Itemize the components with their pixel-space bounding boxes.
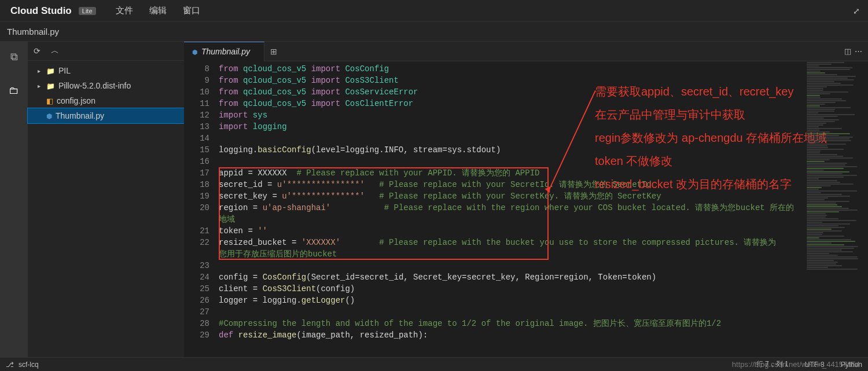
code-line[interactable]: secret_id = u'***************' # Please … bbox=[219, 179, 868, 190]
gutter: 8910111213141516171819202122232425262728… bbox=[184, 61, 219, 357]
refresh-icon[interactable]: ⟳ bbox=[34, 46, 41, 56]
code-line[interactable]: token = '' bbox=[219, 225, 868, 237]
code-line[interactable]: secret_key = u'**************' # Please … bbox=[219, 190, 868, 202]
tabs: Thumbnail.py ⊞ ◫ ⋯ bbox=[184, 42, 868, 61]
main-menu: 文件 编辑 窗口 bbox=[116, 5, 200, 16]
branch-name[interactable]: scf-lcq bbox=[19, 361, 39, 369]
main: ⧉ 🗀 ⟳ ︿ ▸PIL▸Pillow-5.2.0.dist-infoconfi… bbox=[0, 42, 868, 357]
chevron-icon: ▸ bbox=[35, 68, 43, 74]
encoding[interactable]: UTF-8 bbox=[805, 361, 825, 369]
code-line[interactable]: logging.basicConfig(level=logging.INFO, … bbox=[219, 144, 868, 156]
structure-icon[interactable]: ⧉ bbox=[0, 45, 28, 68]
code-line[interactable]: from qcloud_cos_v5 import CosS3Client bbox=[219, 75, 868, 86]
tab-thumbnail[interactable]: Thumbnail.py bbox=[184, 42, 264, 61]
python-file-icon bbox=[46, 111, 52, 120]
menu-edit[interactable]: 编辑 bbox=[149, 5, 167, 16]
tree-item-label: Pillow-5.2.0.dist-info bbox=[58, 81, 131, 90]
folder-icon bbox=[46, 66, 55, 75]
python-icon bbox=[192, 47, 198, 56]
code-line[interactable]: 地域 bbox=[219, 214, 868, 225]
code-line[interactable]: def resize_image(image_path, resized_pat… bbox=[219, 329, 868, 341]
code-line[interactable]: import logging bbox=[219, 121, 868, 133]
folder-icon bbox=[46, 81, 55, 90]
code-line[interactable]: #Compressing the length and width of the… bbox=[219, 318, 868, 329]
code-line[interactable]: from qcloud_cos_v5 import CosConfig bbox=[219, 63, 868, 75]
code[interactable]: from qcloud_cos_v5 import CosConfigfrom … bbox=[219, 61, 868, 357]
tree-item-pil[interactable]: ▸PIL bbox=[28, 63, 184, 78]
code-line[interactable] bbox=[219, 260, 868, 271]
code-line[interactable]: appid = XXXXXX # Please replace with you… bbox=[219, 167, 868, 179]
activity-bar: ⧉ 🗀 bbox=[0, 42, 28, 357]
editor-body[interactable]: 8910111213141516171819202122232425262728… bbox=[184, 61, 868, 357]
add-tab-button[interactable]: ⊞ bbox=[264, 47, 283, 56]
tree-item-pillow-5-2-0-dist-info[interactable]: ▸Pillow-5.2.0.dist-info bbox=[28, 78, 184, 93]
menu-window[interactable]: 窗口 bbox=[183, 5, 200, 16]
code-line[interactable]: from qcloud_cos_v5 import CosClientError bbox=[219, 98, 868, 109]
more-icon[interactable]: ⋯ bbox=[855, 47, 862, 56]
sidebar-header: ⟳ ︿ bbox=[28, 42, 184, 61]
tree-item-thumbnail-py[interactable]: Thumbnail.py bbox=[28, 108, 184, 123]
code-line[interactable]: 您用于存放压缩后图片的bucket bbox=[219, 248, 868, 260]
tree-item-label: Thumbnail.py bbox=[56, 111, 104, 120]
tab-label: Thumbnail.py bbox=[201, 47, 250, 56]
code-line[interactable]: import sys bbox=[219, 109, 868, 121]
code-line[interactable] bbox=[219, 133, 868, 144]
code-line[interactable] bbox=[219, 156, 868, 167]
code-line[interactable] bbox=[219, 306, 868, 318]
json-file-icon bbox=[46, 96, 53, 105]
breadcrumb-file: Thumbnail.py bbox=[7, 27, 59, 36]
breadcrumb: Thumbnail.py bbox=[0, 22, 868, 42]
code-line[interactable]: logger = logging.getLogger() bbox=[219, 295, 868, 306]
editor-area: Thumbnail.py ⊞ ◫ ⋯ 891011121314151617181… bbox=[184, 42, 868, 357]
expand-icon[interactable]: ⤢ bbox=[851, 6, 862, 16]
files-icon[interactable]: 🗀 bbox=[0, 79, 28, 102]
tree-item-config-json[interactable]: config.json bbox=[28, 93, 184, 108]
statusbar: ⎇ scf-lcq 行 7，列 1 UTF-8 Python bbox=[0, 357, 868, 371]
tree-item-label: PIL bbox=[58, 66, 71, 75]
branch-icon: ⎇ bbox=[6, 361, 14, 369]
tree-item-label: config.json bbox=[57, 96, 95, 105]
file-tree: ▸PIL▸Pillow-5.2.0.dist-infoconfig.jsonTh… bbox=[28, 61, 184, 126]
chevron-icon: ▸ bbox=[35, 83, 43, 89]
sidebar: ⟳ ︿ ▸PIL▸Pillow-5.2.0.dist-infoconfig.js… bbox=[28, 42, 184, 357]
language-mode[interactable]: Python bbox=[841, 361, 862, 369]
brand: Cloud Studio bbox=[6, 5, 76, 17]
cursor-position[interactable]: 行 7，列 1 bbox=[756, 359, 789, 369]
code-line[interactable]: client = CosS3Client(config) bbox=[219, 283, 868, 295]
split-editor-icon[interactable]: ◫ bbox=[844, 47, 851, 56]
code-line[interactable]: config = CosConfig(Secret_id=secret_id, … bbox=[219, 271, 868, 283]
code-line[interactable]: region = u'ap-shanghai' # Please replace… bbox=[219, 202, 868, 214]
code-line[interactable]: from qcloud_cos_v5 import CosServiceErro… bbox=[219, 86, 868, 98]
collapse-icon[interactable]: ︿ bbox=[51, 46, 59, 56]
code-line[interactable]: resized_bucket = 'XXXXXX' # Please repla… bbox=[219, 237, 868, 248]
titlebar: Cloud Studio Lite 文件 编辑 窗口 ⤢ bbox=[0, 0, 868, 22]
menu-file[interactable]: 文件 bbox=[116, 5, 133, 16]
lite-badge: Lite bbox=[79, 7, 96, 15]
